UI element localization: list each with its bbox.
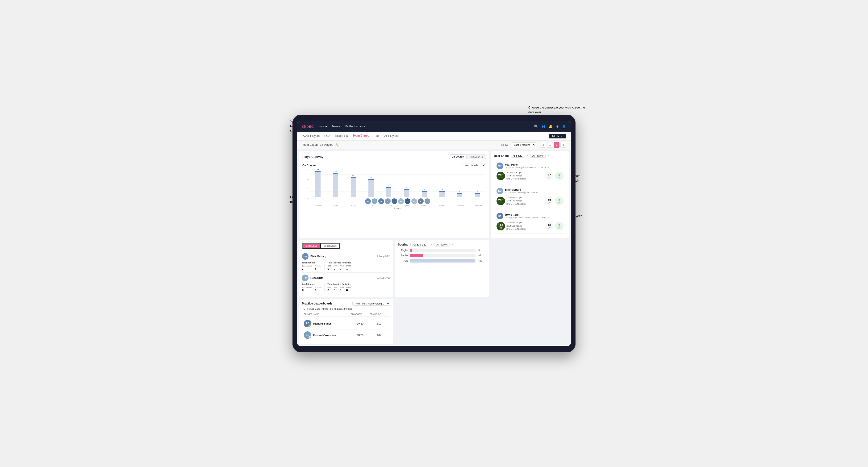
tab-team-clippd[interactable]: Team Clippd xyxy=(352,134,369,138)
player-activity-header: Player Activity On Course Practice Drill… xyxy=(302,154,486,159)
bell-icon[interactable]: 🔔 xyxy=(549,125,553,128)
least-active-tab-btn[interactable]: Least Active xyxy=(321,243,340,249)
bar-highlight-8 xyxy=(457,193,462,194)
all-players-filter[interactable]: All Players xyxy=(530,154,546,158)
player-avatar-2[interactable]: D xyxy=(378,198,384,204)
bar-4[interactable] xyxy=(386,187,391,197)
tournament-section-0: Tournament 7 xyxy=(302,265,312,271)
edit-icon[interactable]: ✏️ xyxy=(336,144,339,147)
list-view-btn[interactable]: ☰ xyxy=(547,142,553,148)
scoring-panel: Scoring Par 3, 4 & 5s ▼ All Players ▼ Ea… xyxy=(395,240,489,297)
tab-all-players[interactable]: All Players xyxy=(384,134,398,138)
active-player-header-1: RB Rees Britt 02 Sep 2023 xyxy=(302,275,390,281)
practice-drills-tab[interactable]: Practice Drills xyxy=(466,154,486,159)
app-label-0: APP xyxy=(334,265,337,267)
bar-2[interactable] xyxy=(351,177,356,197)
scoring-bar-row-1: Birdies 96 xyxy=(399,254,486,257)
practice-player-info-1: EC 2 Edward Crossman xyxy=(304,331,351,339)
player-avatar-0[interactable]: B xyxy=(365,198,371,204)
active-players-container: BM Blair McHarg 26 Aug 2023 Total Rounds… xyxy=(302,251,390,294)
tab-pgat-players[interactable]: PGAT Players xyxy=(302,134,319,138)
most-active-tab-btn[interactable]: Most Active xyxy=(302,243,321,249)
practice-activities-section-0: Total Practice Activities GTT 0 APP 0 AR… xyxy=(328,261,351,271)
on-course-tab[interactable]: On Course xyxy=(449,154,466,159)
practice-value-1: 4 xyxy=(315,288,321,292)
shot-card-1[interactable]: BM Blair McHarg 23 Jul 2023 · Ashridge G… xyxy=(494,185,566,209)
chart-metric-select[interactable]: Total Rounds Handicap Strokes Gained xyxy=(462,163,486,167)
rounds-values-0: Tournament 7 Practice 6 xyxy=(302,265,321,271)
shot-player-detail-1: 23 Jul 2023 · Ashridge GC, Hole 15 xyxy=(505,191,538,194)
shot-chevron-2[interactable]: › xyxy=(562,214,563,218)
active-player-card-1[interactable]: RB Rees Britt 02 Sep 2023 Total Rounds T… xyxy=(302,273,390,294)
tab-hcaps[interactable]: Hcaps 1-5 xyxy=(335,134,348,138)
nav-teams[interactable]: Teams xyxy=(332,125,340,128)
show-label: Show: xyxy=(501,144,508,146)
bar-group-7: 3 xyxy=(434,168,450,197)
bar-value-label-5: 4 xyxy=(406,186,407,188)
bar-7[interactable] xyxy=(439,191,445,197)
player-avatar-6[interactable]: R xyxy=(405,198,410,204)
shot-end-lie-0: End Lie: In The Hole xyxy=(506,177,544,181)
shot-details-2: Shot Dist: 16 yds Start Lie: Rough End L… xyxy=(506,221,544,231)
detail-view-btn[interactable]: ≡ xyxy=(560,142,566,148)
chart-section-label: On Course xyxy=(302,164,316,167)
player-avatar-8[interactable]: E xyxy=(418,198,424,204)
bottom-section: Practice Leaderboards PUTT Must Make Put… xyxy=(299,240,569,344)
scoring-par-filter[interactable]: Par 3, 4 & 5s xyxy=(410,243,428,247)
shot-card-2[interactable]: DF David Ford 24 Aug 2023 · Royal North … xyxy=(494,210,566,234)
bar-0[interactable] xyxy=(315,171,320,197)
bar-value-label-6: 3 xyxy=(424,188,425,190)
plus-circle-icon[interactable]: ⊕ xyxy=(556,125,559,128)
player-avatar-3[interactable]: J xyxy=(385,198,391,204)
app-label-1: APP xyxy=(334,286,337,288)
bar-9[interactable] xyxy=(475,193,480,197)
bar-6[interactable] xyxy=(422,191,427,197)
shot-start-lie-2: Start Lie: Rough xyxy=(506,224,544,228)
nav-my-performance[interactable]: My Performance xyxy=(345,125,365,128)
shot-card-0[interactable]: MM Matt Miller 09 Jun 2023 · Royal North… xyxy=(494,160,566,183)
tab-tour[interactable]: Tour xyxy=(374,134,379,138)
time-period-select[interactable]: Last 3 months Last month Last 6 months L… xyxy=(511,143,536,147)
arg-label-1: ARG xyxy=(340,286,344,288)
practice-section-0: Practice 6 xyxy=(315,265,321,271)
scoring-bar-value-0: 3 xyxy=(478,249,486,252)
bar-1[interactable] xyxy=(333,173,338,197)
bar-5[interactable] xyxy=(404,189,409,197)
practice-pb-score-0: 19/20 xyxy=(351,322,370,325)
all-shots-filter[interactable]: All Shots xyxy=(511,154,524,158)
search-icon[interactable]: 🔍 xyxy=(534,125,538,128)
player-avatar-5[interactable]: G xyxy=(398,198,404,204)
grid-view-btn[interactable]: ⊞ xyxy=(540,142,546,148)
practice-filter-select[interactable]: PUTT Must Make Putting ... xyxy=(352,302,390,306)
nav-home[interactable]: Home xyxy=(319,125,327,128)
shot-chevron-1[interactable]: › xyxy=(562,189,563,193)
practice-row-0[interactable]: RB 1 Richard Butler 19/20 110 xyxy=(302,318,390,330)
shot-metric2-1: 0 yds xyxy=(555,197,563,205)
practice-activities-label-1: Total Practice Activities xyxy=(328,283,351,285)
shot-player-avatar-0: MM xyxy=(497,162,503,169)
bar-3[interactable] xyxy=(368,179,374,197)
bar-value-label-8: 2 xyxy=(459,190,460,192)
shot-player-detail-2: 24 Aug 2023 · Royal North Devon GC, Hole… xyxy=(505,217,549,219)
add-team-button[interactable]: Add Team xyxy=(549,134,566,138)
player-avatar-9[interactable]: L xyxy=(425,198,430,204)
card-view-btn[interactable]: ♥ xyxy=(554,142,559,148)
practice-row-1[interactable]: EC 2 Edward Crossman 18/20 107 xyxy=(302,330,390,341)
profile-icon[interactable]: 👤 xyxy=(562,125,566,128)
player-avatar-7[interactable]: M xyxy=(411,198,417,204)
shot-chevron-0[interactable]: › xyxy=(562,164,563,168)
bar-chart-wrapper: 15 10 5 0 1312109543322 BRDJEGRMEL B. Mc… xyxy=(302,168,486,210)
scoring-players-filter[interactable]: All Players xyxy=(434,243,450,247)
player-avatar-1[interactable]: R xyxy=(372,198,377,204)
shot-metric2-unit-2: yds xyxy=(558,227,561,228)
shot-metric2-0: 0 yds xyxy=(555,172,563,180)
bar-8[interactable] xyxy=(457,193,462,197)
shot-end-lie-2: End Lie: In The Hole xyxy=(506,228,544,231)
active-player-card-0[interactable]: BM Blair McHarg 26 Aug 2023 Total Rounds… xyxy=(302,251,390,273)
users-icon[interactable]: 👥 xyxy=(541,125,545,128)
player-avatar-4[interactable]: E xyxy=(392,198,397,204)
shot-player-detail-0: 09 Jun 2023 · Royal North Devon GC, Hole… xyxy=(505,166,549,168)
practice-section-1: Practice 4 xyxy=(315,286,321,292)
tab-pga[interactable]: PGA xyxy=(324,134,330,138)
player-name-label-1: R. Britt xyxy=(327,205,344,206)
